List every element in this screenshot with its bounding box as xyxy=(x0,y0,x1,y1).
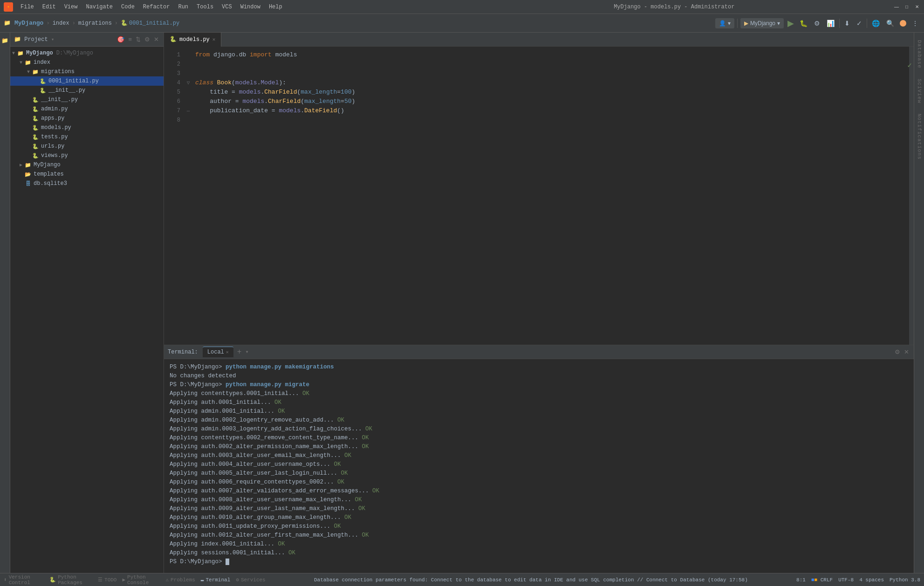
terminal-close-button[interactable]: ✕ xyxy=(903,348,910,356)
menu-help[interactable]: Help xyxy=(265,2,286,12)
code-content[interactable]: from django.db import models class Book … xyxy=(192,47,909,345)
terminal-label: Terminal: xyxy=(168,349,198,355)
window-controls: — □ ✕ xyxy=(893,4,920,10)
panel-locate-button[interactable]: 🎯 xyxy=(116,35,125,44)
terminal-tool[interactable]: ▬ Terminal xyxy=(201,577,230,583)
terminal-dropdown[interactable]: ▾ xyxy=(245,348,248,355)
minimize-button[interactable]: — xyxy=(893,4,900,10)
terminal-settings-button[interactable]: ⚙ xyxy=(894,348,901,356)
tree-root[interactable]: ▼ 📁 MyDjango D:\MyDjango xyxy=(10,48,164,58)
term-line-11: Applying auth.0003_alter_user_email_max_… xyxy=(170,451,908,460)
menu-refactor[interactable]: Refactor xyxy=(139,2,174,12)
breadcrumb-index[interactable]: index xyxy=(53,20,69,27)
terminal-content[interactable]: PS D:\MyDjango> python manage.py makemig… xyxy=(164,359,914,573)
problems-tool[interactable]: ⚠ Problems xyxy=(165,577,195,583)
terminal-add-tab[interactable]: + xyxy=(235,348,244,356)
run-button[interactable]: ▶ xyxy=(787,17,795,29)
models-tab[interactable]: 🐍 models.py ✕ xyxy=(164,33,221,47)
terminal-local-tab[interactable]: Local ✕ xyxy=(203,347,233,357)
coverage-button[interactable]: ⚙ xyxy=(812,19,822,28)
file-tree: ▼ 📁 MyDjango D:\MyDjango ▼ 📁 index ▼ 📁 m… xyxy=(10,47,164,573)
tree-tests[interactable]: 🐍 tests.py xyxy=(10,132,164,142)
python-packages-tool[interactable]: 🐍 Python Packages xyxy=(49,574,92,586)
todo-tool[interactable]: ☰ TODO xyxy=(98,577,116,583)
toolbar-project-icon: 📁 xyxy=(4,20,11,27)
main-content: 📁 📁 Project ▾ 🎯 ≡ ⇅ ⚙ ✕ ▼ 📁 MyDjango D:\… xyxy=(0,33,924,573)
code-editor[interactable]: 1 2 3 4 5 6 7 8 ▽ — xyxy=(164,47,914,345)
tree-0001-initial[interactable]: 🐍 0001_initial.py xyxy=(10,76,164,86)
panel-collapse-button[interactable]: ≡ xyxy=(127,35,133,44)
tree-templates-folder[interactable]: 📂 templates xyxy=(10,170,164,179)
encoding[interactable]: UTF-8 xyxy=(838,577,854,583)
profile-button[interactable]: 👤 ▾ xyxy=(715,18,734,28)
breadcrumb-sep-2: › xyxy=(72,20,75,27)
terminal-local-close[interactable]: ✕ xyxy=(226,349,229,355)
term-line-23: PS D:\MyDjango> xyxy=(170,558,908,566)
todo-icon: ☰ xyxy=(98,577,103,583)
tree-index-folder[interactable]: ▼ 📁 index xyxy=(10,58,164,67)
menu-items: File Edit View Navigate Code Refactor Ru… xyxy=(17,2,455,12)
git-update-button[interactable]: ⬇ xyxy=(842,19,852,28)
translate-button[interactable]: 🌐 xyxy=(870,19,882,28)
code-line-3 xyxy=(195,69,909,78)
tree-urls[interactable]: 🐍 urls.py xyxy=(10,142,164,151)
tree-migrations-init[interactable]: 🐍 __init__.py xyxy=(10,86,164,95)
tree-views[interactable]: 🐍 views.py xyxy=(10,151,164,160)
toolbar-right: 👤 ▾ ▶ MyDjango ▾ ▶ 🐛 ⚙ 📊 ⬇ ✓ 🌐 🔍 ⋮ xyxy=(715,17,920,29)
panel-close-button[interactable]: ✕ xyxy=(153,35,160,44)
menu-file[interactable]: File xyxy=(17,2,38,12)
tree-index-init[interactable]: 🐍 __init__.py xyxy=(10,95,164,104)
toolbar-project-name[interactable]: MyDjango xyxy=(14,20,43,27)
project-config-button[interactable]: ▶ MyDjango ▾ xyxy=(740,18,784,28)
term-line-22: Applying sessions.0001_initial... OK xyxy=(170,549,908,558)
database-label[interactable]: Database xyxy=(916,36,923,72)
version-control-tool[interactable]: ⬆ Version Control xyxy=(4,574,44,586)
term-line-16: Applying auth.0008_alter_user_username_m… xyxy=(170,496,908,504)
breadcrumb-file[interactable]: 🐍0001_initial.py xyxy=(121,20,179,27)
python-packages-icon: 🐍 xyxy=(49,577,56,583)
project-panel-toggle[interactable]: 📁 xyxy=(1,36,9,45)
sciview-label[interactable]: SciView xyxy=(916,75,923,107)
menu-window[interactable]: Window xyxy=(237,2,264,12)
editor-tab-bar: 🐍 models.py ✕ xyxy=(164,33,914,47)
services-tool[interactable]: ⚙ Services xyxy=(236,577,265,583)
tree-models[interactable]: 🐍 models.py xyxy=(10,123,164,132)
term-line-21: Applying index.0001_initial... OK xyxy=(170,540,908,549)
term-line-8: Applying admin.0003_logentry_add_action_… xyxy=(170,425,908,434)
menu-tools[interactable]: Tools xyxy=(193,2,217,12)
menu-edit[interactable]: Edit xyxy=(39,2,60,12)
models-tab-close[interactable]: ✕ xyxy=(212,36,216,42)
more-button[interactable]: ⋮ xyxy=(910,19,920,28)
profile-run-button[interactable]: 📊 xyxy=(825,19,836,28)
term-line-7: Applying admin.0002_logentry_remove_auto… xyxy=(170,416,908,425)
problems-icon: ⚠ xyxy=(165,577,169,583)
debug-button[interactable]: 🐛 xyxy=(798,19,809,28)
tree-apps[interactable]: 🐍 apps.py xyxy=(10,114,164,123)
tree-mydjango-folder[interactable]: ▶ 📁 MyDjango xyxy=(10,160,164,170)
maximize-button[interactable]: □ xyxy=(903,4,910,10)
git-commit-button[interactable]: ✓ xyxy=(855,19,864,28)
search-button[interactable]: 🔍 xyxy=(884,19,896,28)
toolbar: 📁 MyDjango › index › migrations › 🐍0001_… xyxy=(0,14,924,33)
python-version[interactable]: Python 3.8 xyxy=(890,577,920,583)
panel-settings-button[interactable]: ⚙ xyxy=(144,35,151,44)
cursor-position[interactable]: 8:1 xyxy=(796,577,806,583)
python-packages-label: Python Packages xyxy=(58,574,92,586)
close-button[interactable]: ✕ xyxy=(914,4,920,10)
menu-vcs[interactable]: VCS xyxy=(218,2,236,12)
notifications-label[interactable]: Notifications xyxy=(916,110,923,164)
status-message[interactable]: Database connection parameters found: Co… xyxy=(269,577,793,583)
tree-migrations-folder[interactable]: ▼ 📁 migrations xyxy=(10,67,164,76)
menu-navigate[interactable]: Navigate xyxy=(82,2,116,12)
breadcrumb-migrations[interactable]: migrations xyxy=(78,20,112,27)
menu-run[interactable]: Run xyxy=(174,2,192,12)
panel-sort-button[interactable]: ⇅ xyxy=(135,35,142,44)
indent[interactable]: 4 spaces xyxy=(859,577,884,583)
editor-scrollbar[interactable] xyxy=(909,47,914,345)
menu-view[interactable]: View xyxy=(61,2,82,12)
python-console-tool[interactable]: ▶ Python Console xyxy=(122,574,160,586)
services-label: Services xyxy=(241,577,266,583)
menu-code[interactable]: Code xyxy=(117,2,138,12)
tree-db-sqlite3[interactable]: 🗄 db.sqlite3 xyxy=(10,179,164,188)
tree-admin[interactable]: 🐍 admin.py xyxy=(10,104,164,114)
